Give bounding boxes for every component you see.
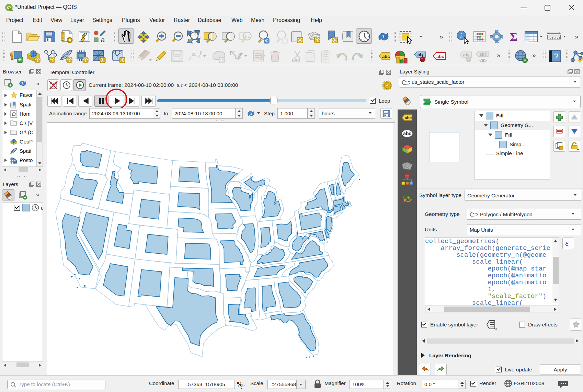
svg-text:ab: ab (418, 52, 423, 57)
svg-text:Σ: Σ (510, 31, 517, 43)
svg-text:abc: abc (382, 54, 390, 59)
svg-text:%: % (236, 380, 243, 388)
svg-text:abc: abc (479, 51, 487, 57)
svg-text:i: i (460, 32, 462, 39)
svg-text:abc: abc (436, 54, 444, 59)
svg-text:ab: ab (463, 52, 468, 57)
svg-text:?: ? (554, 52, 558, 61)
